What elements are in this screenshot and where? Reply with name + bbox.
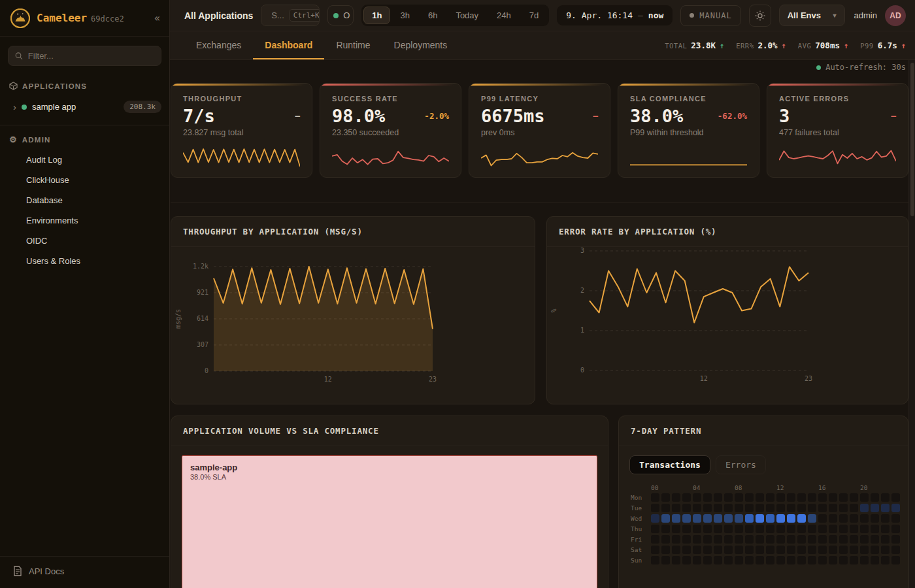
- toggle-transactions[interactable]: Transactions: [629, 455, 710, 474]
- heatmap-cell[interactable]: [766, 556, 774, 564]
- heatmap-cell[interactable]: [672, 546, 680, 554]
- heatmap-cell[interactable]: [766, 504, 774, 512]
- filter-input-wrap[interactable]: [8, 46, 161, 66]
- heatmap-cell[interactable]: [724, 556, 733, 564]
- heatmap-cell[interactable]: [661, 504, 670, 512]
- heatmap-cell[interactable]: [693, 514, 701, 523]
- heatmap-cell[interactable]: [839, 514, 848, 523]
- avatar[interactable]: AD: [885, 5, 906, 26]
- heatmap-cell[interactable]: [714, 525, 722, 533]
- heatmap-cell[interactable]: [651, 525, 659, 533]
- heatmap-cell[interactable]: [808, 525, 816, 533]
- sidebar-item-oidc[interactable]: OIDC: [0, 231, 169, 251]
- heatmap-cell[interactable]: [829, 556, 837, 564]
- range-button-1h[interactable]: 1h: [363, 7, 390, 24]
- heatmap-cell[interactable]: [714, 493, 722, 502]
- heatmap-cell[interactable]: [787, 525, 795, 533]
- sidebar-collapse-button[interactable]: «: [154, 12, 160, 24]
- tab-exchanges[interactable]: Exchanges: [184, 31, 253, 59]
- heatmap-cell[interactable]: [756, 504, 764, 512]
- heatmap-cell[interactable]: [860, 546, 869, 554]
- heatmap-cell[interactable]: [745, 504, 754, 512]
- heatmap-cell[interactable]: [797, 504, 806, 512]
- heatmap-cell[interactable]: [839, 535, 848, 544]
- heatmap-cell[interactable]: [714, 546, 722, 554]
- heatmap-cell[interactable]: [860, 514, 869, 523]
- heatmap-cell[interactable]: [682, 535, 691, 544]
- heatmap-cell[interactable]: [776, 525, 785, 533]
- heatmap-cell[interactable]: [818, 535, 827, 544]
- heatmap-cell[interactable]: [776, 556, 785, 564]
- heatmap-cell[interactable]: [651, 514, 659, 523]
- filter-input[interactable]: [28, 51, 154, 61]
- heatmap-cell[interactable]: [881, 546, 890, 554]
- heatmap-cell[interactable]: [672, 535, 680, 544]
- heatmap-cell[interactable]: [735, 493, 743, 502]
- heatmap-cell[interactable]: [724, 535, 733, 544]
- sidebar-item-clickhouse[interactable]: ClickHouse: [0, 170, 169, 190]
- heatmap-cell[interactable]: [735, 535, 743, 544]
- heatmap-cell[interactable]: [850, 504, 858, 512]
- refresh-mode-button[interactable]: MANUAL: [680, 5, 740, 26]
- tab-dashboard[interactable]: Dashboard: [253, 31, 324, 59]
- heatmap-cell[interactable]: [682, 556, 691, 564]
- heatmap-cell[interactable]: [735, 525, 743, 533]
- heatmap-cell[interactable]: [661, 525, 670, 533]
- heatmap-cell[interactable]: [724, 514, 733, 523]
- heatmap-cell[interactable]: [766, 493, 774, 502]
- heatmap-cell[interactable]: [850, 514, 858, 523]
- date-range-button[interactable]: 9. Apr. 16:14 — now: [557, 5, 673, 25]
- heatmap-cell[interactable]: [808, 504, 816, 512]
- heatmap-cell[interactable]: [839, 493, 848, 502]
- heatmap-cell[interactable]: [703, 525, 712, 533]
- heatmap-cell[interactable]: [661, 493, 670, 502]
- sidebar-item-environments[interactable]: Environments: [0, 210, 169, 231]
- heatmap-cell[interactable]: [672, 504, 680, 512]
- heatmap-cell[interactable]: [797, 493, 806, 502]
- heatmap-cell[interactable]: [860, 504, 869, 512]
- heatmap-cell[interactable]: [693, 504, 701, 512]
- heatmap-cell[interactable]: [818, 556, 827, 564]
- heatmap-cell[interactable]: [797, 525, 806, 533]
- sidebar-item-users-roles[interactable]: Users & Roles: [0, 251, 169, 271]
- heatmap-cell[interactable]: [756, 525, 764, 533]
- heatmap-cell[interactable]: [881, 525, 890, 533]
- heatmap-cell[interactable]: [776, 514, 785, 523]
- heatmap-cell[interactable]: [756, 493, 764, 502]
- heatmap-cell[interactable]: [776, 504, 785, 512]
- heatmap-cell[interactable]: [829, 493, 837, 502]
- heatmap-cell[interactable]: [808, 493, 816, 502]
- heatmap-cell[interactable]: [745, 535, 754, 544]
- heatmap-cell[interactable]: [860, 556, 869, 564]
- heatmap-cell[interactable]: [756, 535, 764, 544]
- heatmap-cell[interactable]: [766, 525, 774, 533]
- heatmap-cell[interactable]: [766, 546, 774, 554]
- heatmap-cell[interactable]: [850, 556, 858, 564]
- env-select[interactable]: All Envs ▾: [779, 5, 845, 26]
- heatmap-cell[interactable]: [682, 546, 691, 554]
- heatmap-cell[interactable]: [776, 546, 785, 554]
- heatmap-cell[interactable]: [724, 493, 733, 502]
- heatmap-cell[interactable]: [850, 535, 858, 544]
- tab-deployments[interactable]: Deployments: [382, 31, 459, 59]
- heatmap-cell[interactable]: [724, 546, 733, 554]
- heatmap-cell[interactable]: [808, 556, 816, 564]
- heatmap-cell[interactable]: [818, 546, 827, 554]
- range-button-7d[interactable]: 7d: [521, 7, 547, 24]
- heatmap-cell[interactable]: [829, 525, 837, 533]
- heatmap-cell[interactable]: [661, 514, 670, 523]
- heatmap-cell[interactable]: [787, 535, 795, 544]
- heatmap-cell[interactable]: [756, 556, 764, 564]
- heatmap-cell[interactable]: [808, 535, 816, 544]
- heatmap-cell[interactable]: [818, 525, 827, 533]
- heatmap-cell[interactable]: [651, 546, 659, 554]
- heatmap-cell[interactable]: [682, 504, 691, 512]
- heatmap-cell[interactable]: [745, 514, 754, 523]
- heatmap-cell[interactable]: [766, 514, 774, 523]
- heatmap-cell[interactable]: [756, 514, 764, 523]
- heatmap-cell[interactable]: [839, 504, 848, 512]
- scrollbar-thumb[interactable]: [910, 63, 914, 216]
- heatmap-cell[interactable]: [776, 535, 785, 544]
- heatmap-cell[interactable]: [693, 535, 701, 544]
- heatmap-cell[interactable]: [714, 535, 722, 544]
